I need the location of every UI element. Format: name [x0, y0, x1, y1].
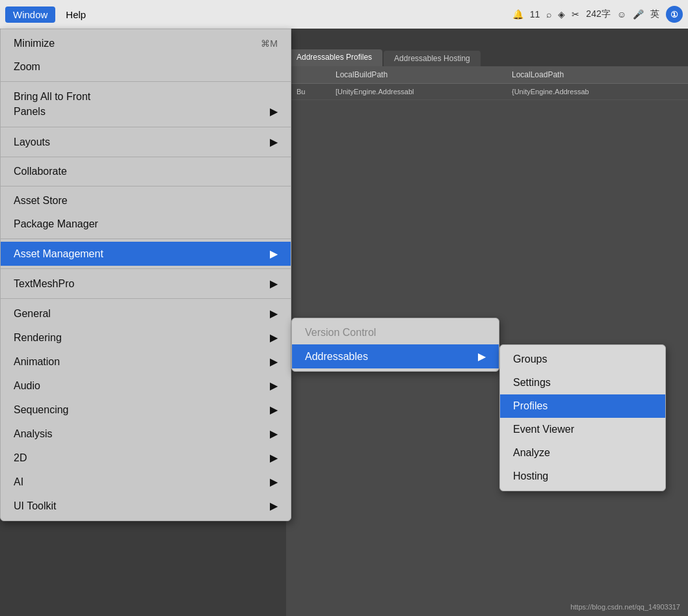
panels-arrow: ▶: [270, 105, 278, 118]
col-header-localbuildpath: LocalBuildPath: [330, 69, 507, 81]
analyze-label: Analyze: [513, 447, 550, 459]
menu-minimize[interactable]: Minimize ⌘M: [1, 32, 291, 55]
submenu-settings[interactable]: Settings: [500, 371, 665, 394]
groups-label: Groups: [513, 353, 547, 365]
ui-toolkit-arrow: ▶: [270, 500, 278, 512]
menu-asset-store[interactable]: Asset Store: [1, 189, 291, 212]
submenu-hosting[interactable]: Hosting: [500, 465, 665, 488]
asset-store-label: Asset Store: [14, 195, 68, 207]
analysis-arrow: ▶: [270, 428, 278, 440]
sep-1: [1, 81, 291, 82]
submenu-groups[interactable]: Groups: [500, 348, 665, 371]
minimize-shortcut: ⌘M: [261, 38, 278, 49]
textmeshpro-label: TextMeshPro: [14, 278, 74, 290]
tab-addressables-hosting[interactable]: Addressables Hosting: [384, 51, 481, 66]
submenu-addressables[interactable]: Addressables ▶: [292, 344, 499, 368]
menu-ai[interactable]: AI ▶: [1, 470, 291, 494]
menu-analysis[interactable]: Analysis ▶: [1, 422, 291, 446]
lang-icon[interactable]: 英: [650, 8, 659, 20]
audio-label: Audio: [14, 380, 40, 392]
search-icon[interactable]: ⌕: [546, 9, 551, 19]
sep-2: [1, 127, 291, 127]
window-dropdown: Minimize ⌘M Zoom Bring All to Front Pane…: [0, 29, 291, 521]
ai-label: AI: [14, 476, 23, 488]
col-header-0: [291, 69, 330, 81]
sequencing-label: Sequencing: [14, 404, 69, 416]
version-control-label: Version Control: [305, 327, 376, 339]
cell-0: Bu: [291, 86, 330, 97]
settings-label: Settings: [513, 377, 551, 389]
menu-asset-management[interactable]: Asset Management ▶: [1, 242, 291, 266]
2d-label: 2D: [14, 452, 27, 464]
submenu-asset-management: Version Control Addressables ▶: [291, 318, 499, 372]
mic-icon[interactable]: 🎤: [633, 9, 644, 19]
animation-arrow: ▶: [270, 355, 278, 368]
addressables-label: Addressables: [305, 351, 368, 363]
addressables-arrow: ▶: [478, 350, 486, 363]
sequencing-arrow: ▶: [270, 404, 278, 416]
2d-arrow: ▶: [270, 452, 278, 464]
textmeshpro-arrow: ▶: [270, 277, 278, 290]
menu-rendering[interactable]: Rendering ▶: [1, 326, 291, 350]
menu-layouts[interactable]: Layouts ▶: [1, 130, 291, 154]
ui-toolkit-label: UI Toolkit: [14, 500, 57, 512]
table-header: LocalBuildPath LocalLoadPath: [286, 66, 688, 84]
menu-textmeshpro[interactable]: TextMeshPro ▶: [1, 272, 291, 296]
menu-general[interactable]: General ▶: [1, 302, 291, 326]
menu-item-help[interactable]: Help: [58, 6, 94, 23]
menu-zoom[interactable]: Zoom: [1, 55, 291, 79]
asset-management-arrow: ▶: [270, 248, 278, 260]
sep-3: [1, 157, 291, 157]
face-icon[interactable]: ☺: [617, 9, 626, 19]
general-label: General: [14, 308, 51, 320]
layouts-label: Layouts: [14, 136, 50, 148]
url-bar: https://blog.csdn.net/qq_14903317: [570, 603, 680, 611]
menu-collaborate[interactable]: Collaborate: [1, 160, 291, 183]
profiles-label: Profiles: [513, 400, 548, 412]
menu-audio[interactable]: Audio ▶: [1, 374, 291, 398]
asset-management-label: Asset Management: [14, 248, 103, 260]
zoom-label: Zoom: [14, 61, 40, 73]
menu-animation[interactable]: Animation ▶: [1, 350, 291, 374]
rendering-label: Rendering: [14, 332, 62, 344]
col-header-localloadpath: LocalLoadPath: [507, 69, 683, 81]
general-arrow: ▶: [270, 307, 278, 320]
menu-sequencing[interactable]: Sequencing ▶: [1, 398, 291, 422]
event-viewer-label: Event Viewer: [513, 424, 574, 435]
submenu-analyze[interactable]: Analyze: [500, 441, 665, 465]
panels-label: Panels: [14, 106, 46, 118]
menu-bring-all-to-front[interactable]: Bring All to Front: [1, 84, 291, 104]
notification-icon[interactable]: 🔔: [512, 9, 523, 19]
menu-bar-right: 🔔 11 ⌕ ◈ ✂ 242字 ☺ 🎤 英 ①: [512, 6, 683, 23]
notification-count: 11: [530, 9, 540, 19]
ai-arrow: ▶: [270, 476, 278, 488]
submenu-event-viewer[interactable]: Event Viewer: [500, 418, 665, 441]
minimize-label: Minimize: [14, 38, 55, 49]
sep-7: [1, 298, 291, 299]
menu-2d[interactable]: 2D ▶: [1, 446, 291, 470]
bring-all-label: Bring All to Front: [14, 91, 90, 103]
unity-icon[interactable]: ◈: [558, 9, 565, 19]
menu-panels[interactable]: Panels ▶: [1, 104, 291, 124]
char-count: 242字: [586, 8, 610, 20]
animation-label: Animation: [14, 356, 60, 368]
cell-localloadpath: {UnityEngine.Addressab: [507, 86, 683, 97]
rendering-arrow: ▶: [270, 331, 278, 344]
menu-bar: Window Help 🔔 11 ⌕ ◈ ✂ 242字 ☺ 🎤 英 ①: [0, 0, 688, 29]
sep-6: [1, 268, 291, 269]
menu-ui-toolkit[interactable]: UI Toolkit ▶: [1, 494, 291, 518]
menu-package-manager[interactable]: Package Manager: [1, 212, 291, 236]
cell-localbuildpath: [UnityEngine.Addressabl: [330, 86, 507, 97]
sep-5: [1, 238, 291, 239]
scissors-icon[interactable]: ✂: [572, 9, 579, 19]
tab-addressables-profiles[interactable]: Addressables Profiles: [286, 49, 382, 66]
sep-4: [1, 186, 291, 186]
analysis-label: Analysis: [14, 428, 53, 440]
table-row: Bu [UnityEngine.Addressabl {UnityEngine.…: [286, 84, 688, 100]
audio-arrow: ▶: [270, 379, 278, 392]
menu-item-window[interactable]: Window: [5, 6, 55, 23]
tab-area: Addressables Profiles Addressables Hosti…: [286, 47, 688, 66]
avatar[interactable]: ①: [666, 6, 683, 23]
submenu-profiles[interactable]: Profiles: [500, 394, 665, 418]
collaborate-label: Collaborate: [14, 166, 67, 177]
